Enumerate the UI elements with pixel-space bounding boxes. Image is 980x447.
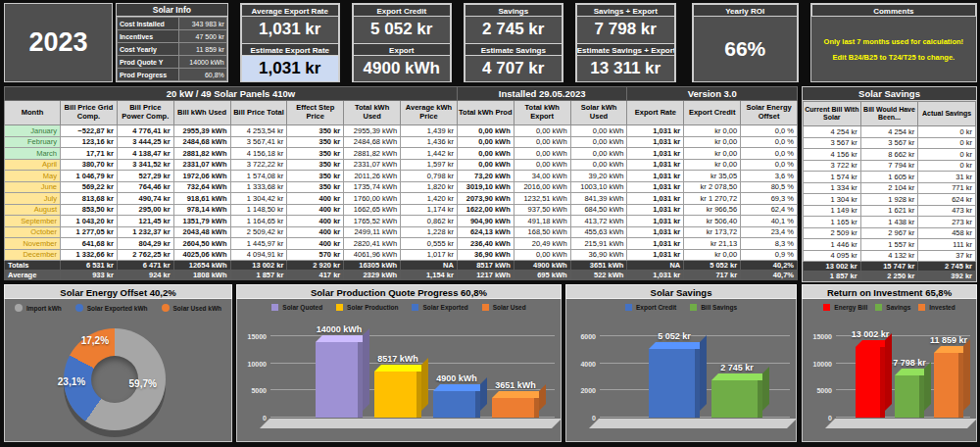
- data-cell[interactable]: 2 967 kr: [860, 227, 918, 239]
- bar-export-credit[interactable]: [649, 349, 700, 418]
- data-cell[interactable]: 34,00 kWh: [514, 171, 570, 182]
- data-cell[interactable]: 413,72 kWh: [570, 216, 627, 227]
- data-cell[interactable]: 1760,00 kWh: [344, 193, 401, 205]
- data-cell[interactable]: 14000 kWh: [179, 56, 226, 69]
- legend-item[interactable]: Savings: [875, 304, 910, 311]
- data-cell[interactable]: 47 500 kr: [179, 30, 226, 43]
- data-cell[interactable]: 4 254 kr: [860, 126, 918, 138]
- data-cell[interactable]: 3019,10 kWh: [457, 181, 514, 193]
- month-cell[interactable]: March: [5, 148, 61, 160]
- data-cell[interactable]: 16305 kWh: [344, 261, 401, 271]
- data-cell[interactable]: kr 0,00: [684, 249, 741, 261]
- data-cell[interactable]: 2 250 kr: [860, 272, 918, 281]
- data-cell[interactable]: 1 164,65 kr: [230, 216, 287, 227]
- data-cell[interactable]: 3 341,52 kr: [117, 159, 173, 171]
- data-cell[interactable]: 2484,68 kWh: [173, 136, 230, 148]
- data-cell[interactable]: 2331,07 kWh: [173, 159, 230, 171]
- data-cell[interactable]: 1,442 kr: [401, 148, 458, 160]
- data-cell[interactable]: 1,031 kr: [627, 226, 684, 238]
- data-cell[interactable]: 8,3 %: [741, 238, 798, 250]
- data-cell[interactable]: 1 332,66 kr: [61, 249, 118, 261]
- data-cell[interactable]: 111 kr: [918, 239, 976, 251]
- year-cell[interactable]: 2023: [4, 3, 113, 82]
- data-cell[interactable]: 13 002 kr: [230, 261, 287, 271]
- data-cell[interactable]: 1808 kWh: [173, 271, 230, 280]
- data-cell[interactable]: 62,4 %: [741, 204, 798, 216]
- data-cell[interactable]: 2016,00 kWh: [514, 181, 570, 193]
- data-cell[interactable]: 2 745 kr: [918, 262, 976, 272]
- data-cell[interactable]: 12654 kWh: [173, 261, 230, 271]
- legend-item[interactable]: Bill Savings: [690, 304, 737, 311]
- data-cell[interactable]: 2955,39 kWh: [173, 125, 230, 137]
- data-cell[interactable]: 215,91 kWh: [570, 238, 627, 250]
- data-cell[interactable]: 0,00 kWh: [457, 125, 514, 137]
- data-cell[interactable]: 0,00 kWh: [457, 148, 514, 160]
- data-cell[interactable]: 400 kr: [287, 238, 344, 250]
- bar-bill-savings[interactable]: [711, 380, 762, 418]
- data-cell[interactable]: kr 173,72: [684, 226, 741, 238]
- data-cell[interactable]: 1 277,05 kr: [61, 226, 118, 238]
- data-cell[interactable]: 8 662 kr: [860, 149, 918, 161]
- data-cell[interactable]: 1 043,20 kr: [61, 216, 118, 227]
- legend-item[interactable]: Solar Exported: [412, 304, 467, 311]
- data-cell[interactable]: 918,61 kWh: [173, 193, 230, 205]
- data-cell[interactable]: 4 254 kr: [804, 126, 861, 138]
- month-cell[interactable]: November: [5, 238, 61, 250]
- data-cell[interactable]: 400 kr: [287, 193, 344, 205]
- data-cell[interactable]: 23,4 %: [741, 226, 798, 238]
- data-cell[interactable]: 2 509,42 kr: [230, 226, 287, 238]
- data-cell[interactable]: 168,50 kWh: [514, 226, 570, 238]
- data-cell[interactable]: 1 445,97 kr: [230, 238, 287, 250]
- data-cell[interactable]: 5 052 kr: [684, 261, 741, 271]
- stat-top-value[interactable]: 5 052 kr: [353, 17, 451, 43]
- legend-item[interactable]: Energy Bill: [823, 304, 867, 311]
- data-cell[interactable]: 1 621 kr: [860, 205, 918, 217]
- data-cell[interactable]: 1,597 kr: [401, 159, 458, 171]
- data-cell[interactable]: 569,22 kr: [61, 181, 118, 193]
- data-cell[interactable]: 60,8%: [179, 69, 226, 81]
- data-cell[interactable]: 1003,10 kWh: [570, 181, 627, 193]
- data-cell[interactable]: 1 605 kr: [860, 172, 918, 183]
- data-cell[interactable]: 350 kr: [287, 181, 344, 193]
- data-cell[interactable]: 717 kr: [684, 271, 741, 280]
- month-cell[interactable]: January: [5, 125, 61, 137]
- data-cell[interactable]: 0,00 kWh: [570, 136, 627, 148]
- data-cell[interactable]: kr 2 078,50: [684, 181, 741, 193]
- bar-solar-exported[interactable]: [433, 391, 480, 418]
- data-cell[interactable]: 641,68 kr: [61, 238, 118, 250]
- bar-solar-production[interactable]: [374, 372, 421, 418]
- data-cell[interactable]: 1 928 kr: [860, 194, 918, 206]
- data-cell[interactable]: 0,00 kWh: [570, 148, 627, 160]
- data-cell[interactable]: 0,798 kr: [401, 171, 458, 182]
- data-cell[interactable]: Prod Progress: [117, 69, 179, 81]
- data-cell[interactable]: 1 574,08 kr: [230, 171, 287, 182]
- data-cell[interactable]: 0 kr: [918, 126, 976, 138]
- data-cell[interactable]: 1 334 kr: [804, 182, 861, 194]
- data-cell[interactable]: 458 kr: [918, 227, 976, 239]
- data-cell[interactable]: 0 kr: [918, 149, 976, 161]
- month-cell[interactable]: June: [5, 181, 61, 193]
- data-cell[interactable]: 13 002 kr: [804, 262, 861, 272]
- data-cell[interactable]: 0,00 kWh: [514, 125, 570, 137]
- data-cell[interactable]: 924 kr: [117, 271, 173, 280]
- data-cell[interactable]: 2820,41 kWh: [344, 238, 401, 250]
- data-cell[interactable]: 1351,79 kWh: [173, 216, 230, 227]
- data-cell[interactable]: 2881,82 kWh: [173, 148, 230, 160]
- data-cell[interactable]: 7 794 kr: [860, 160, 918, 172]
- data-cell[interactable]: 392 kr: [918, 272, 976, 281]
- month-cell[interactable]: September: [5, 216, 61, 227]
- bar-savings[interactable]: [895, 375, 924, 418]
- data-cell[interactable]: 4025,06 kWh: [173, 249, 230, 261]
- stat-bottom-value[interactable]: 13 311 kr: [576, 56, 675, 82]
- data-cell[interactable]: 4 132 kr: [860, 250, 918, 262]
- data-cell[interactable]: 1,174 kr: [401, 204, 458, 216]
- data-cell[interactable]: 1,031 kr: [627, 148, 684, 160]
- data-cell[interactable]: 904,90 kWh: [457, 216, 514, 227]
- data-cell[interactable]: 15 747 kr: [860, 262, 918, 272]
- data-cell[interactable]: 1 148,50 kr: [230, 204, 287, 216]
- data-cell[interactable]: 1 438 kr: [860, 217, 918, 228]
- legend-item[interactable]: Solar Quoted: [271, 304, 322, 311]
- data-cell[interactable]: 853,50 kr: [61, 204, 118, 216]
- data-cell[interactable]: Cost Installed: [117, 18, 179, 30]
- data-cell[interactable]: 1 557 kr: [860, 239, 918, 251]
